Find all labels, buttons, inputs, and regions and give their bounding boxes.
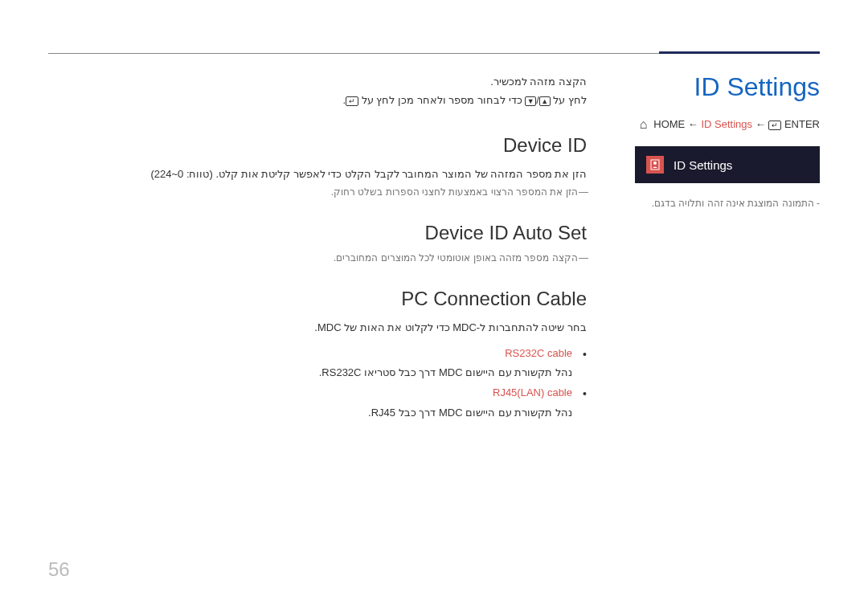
enter-icon-inline: ↵ [346,96,358,106]
home-icon [640,121,651,130]
breadcrumb-enter: ENTER [784,118,820,130]
cable-desc: נהל תקשורת עם היישום MDC דרך כבל RJ45. [368,407,572,419]
top-divider-accent [659,51,820,54]
down-arrow-icon: ▼ [525,96,536,106]
auto-set-subnote: הקצה מספר מזהה באופן אוטומטי לכל המוצרים… [48,252,587,264]
image-note: התמונה המוצגת אינה זהה ותלויה בדגם. [635,198,820,209]
up-arrow-icon: ▲ [539,96,551,106]
intro-line1: הקצה מזהה למכשיר. [48,72,587,91]
intro-line2: לחץ על ▲/▼ כדי לבחור מספר ולאחר מכן לחץ … [48,91,587,109]
list-item: RS232C cable נהל תקשורת עם היישום MDC דר… [48,344,587,383]
enter-icon: ↵ [768,121,781,130]
section-auto-set-title: Device ID Auto Set [48,222,587,244]
breadcrumb-home: HOME [653,118,685,130]
menu-label: ID Settings [674,158,732,172]
section-device-id-title: Device ID [48,134,587,157]
breadcrumb: HOME ← ID Settings ← ↵ ENTER [635,118,820,130]
section-pc-cable-title: PC Connection Cable [48,288,587,310]
pc-cable-text: בחר שיטה להתחברות ל-MDC כדי לקלוט את האו… [48,318,587,337]
breadcrumb-mid: ID Settings [701,118,752,130]
cable-label-rj45: RJ45(LAN) cable [493,383,572,403]
id-badge-icon [646,156,664,174]
menu-id-settings[interactable]: ID Settings [635,146,820,183]
svg-point-1 [653,161,657,165]
cable-label-rs232c: RS232C cable [505,344,572,364]
cable-list: RS232C cable נהל תקשורת עם היישום MDC דר… [48,344,587,423]
cable-desc: נהל תקשורת עם היישום MDC דרך כבל סטריאו … [319,366,572,378]
page-title: ID Settings [635,72,820,102]
device-id-text: הזן את מספר המזהה של המוצר המחובר לקבל ה… [48,165,587,183]
device-id-subnote: הזן את המספר הרצוי באמצעות לחצני הספרות … [48,186,587,198]
page-number: 56 [48,558,70,581]
list-item: RJ45(LAN) cable נהל תקשורת עם היישום MDC… [48,383,587,423]
